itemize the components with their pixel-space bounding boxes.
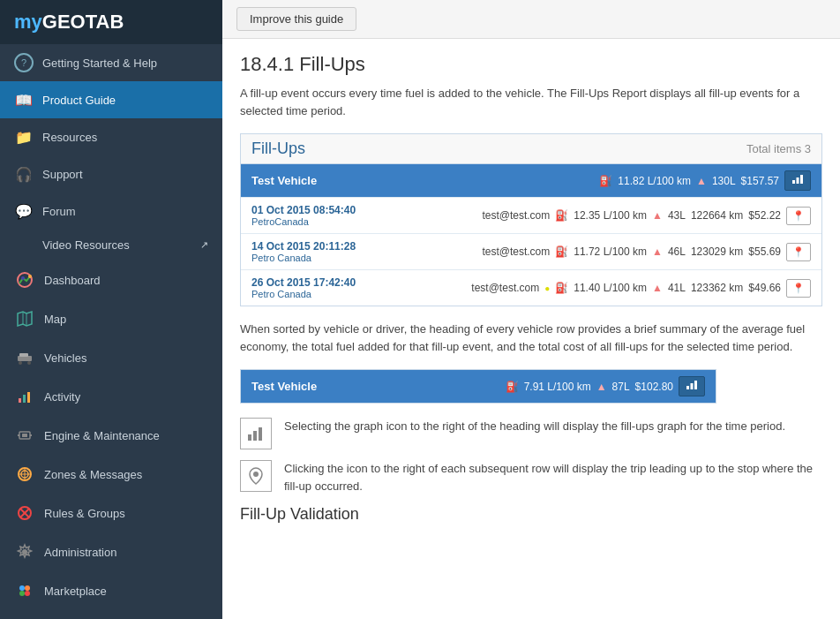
sidebar-logo[interactable]: myGEOTAB bbox=[0, 0, 222, 44]
station-link[interactable]: Petro Canada bbox=[251, 253, 356, 263]
location-button[interactable]: 📍 bbox=[786, 243, 811, 261]
main-content: Improve this guide 18.4.1 Fill-Ups A fil… bbox=[222, 0, 840, 619]
table-row: 26 Oct 2015 17:42:40 Petro Canada test@t… bbox=[241, 269, 821, 306]
fuel-pump-icon: ⛽ bbox=[599, 175, 612, 187]
km: 123362 km bbox=[691, 282, 743, 294]
fuel-pump-icon-2: ⛽ bbox=[506, 381, 519, 393]
sidebar-item-label: Product Guide bbox=[42, 94, 116, 107]
fillups-table-2: Test Vehicle ⛽ 7.91 L/100 km ▲ 87L $102.… bbox=[240, 369, 716, 404]
sidebar-item-resources[interactable]: 📁 Resources bbox=[0, 118, 222, 155]
svg-point-1 bbox=[21, 276, 25, 280]
sidebar-item-engine-maintenance[interactable]: Engine & Maintenance bbox=[0, 416, 222, 455]
svg-point-26 bbox=[25, 585, 30, 591]
chart-info-icon bbox=[240, 418, 272, 449]
vehicle-header-row-2: Test Vehicle ⛽ 7.91 L/100 km ▲ 87L $102.… bbox=[241, 370, 716, 403]
table-row: 14 Oct 2015 20:11:28 Petro Canada test@t… bbox=[241, 233, 821, 269]
economy: 11.40 L/100 km bbox=[574, 282, 647, 294]
sidebar-item-label: Rules & Groups bbox=[44, 507, 125, 520]
email: test@test.com bbox=[482, 245, 550, 258]
marketplace-icon bbox=[14, 580, 35, 601]
svg-point-9 bbox=[27, 361, 31, 365]
sidebar-item-label: Support bbox=[42, 168, 83, 181]
fuel-cost-2: $102.80 bbox=[635, 381, 673, 393]
sidebar-item-marketplace[interactable]: Marketplace bbox=[0, 571, 222, 610]
improve-guide-button[interactable]: Improve this guide bbox=[236, 7, 356, 31]
svg-marker-3 bbox=[18, 312, 32, 326]
fuel-icon: ⛽ bbox=[555, 282, 568, 294]
sidebar-item-label: Marketplace bbox=[44, 585, 107, 598]
up-arrow: ▲ bbox=[652, 209, 663, 222]
folder-icon: 📁 bbox=[14, 127, 34, 147]
location-button[interactable]: 📍 bbox=[786, 279, 811, 298]
sidebar-item-label: Getting Started & Help bbox=[42, 57, 157, 70]
svg-rect-11 bbox=[23, 395, 26, 403]
row-stats: test@test.com ● ⛽ 11.40 L/100 km ▲ 41L 1… bbox=[471, 279, 811, 298]
sidebar-item-getting-started[interactable]: ? Getting Started & Help bbox=[0, 44, 222, 81]
station-link[interactable]: Petro Canada bbox=[251, 289, 356, 299]
sidebar-item-map[interactable]: Map bbox=[0, 299, 222, 338]
svg-rect-29 bbox=[792, 180, 795, 184]
zones-icon bbox=[14, 464, 35, 485]
station-link[interactable]: PetroCanada bbox=[251, 216, 356, 227]
vehicle-name: Test Vehicle bbox=[251, 174, 317, 187]
gear-icon bbox=[14, 541, 35, 562]
row-date-station: 01 Oct 2015 08:54:40 PetroCanada bbox=[251, 204, 356, 227]
svg-rect-31 bbox=[800, 175, 803, 184]
liters: 46L bbox=[668, 245, 686, 258]
chart-button-2[interactable] bbox=[679, 376, 705, 396]
sidebar-item-product-guide[interactable]: 📖 Product Guide bbox=[0, 81, 222, 118]
fuel-economy: 11.82 L/100 km bbox=[618, 175, 691, 187]
svg-rect-33 bbox=[691, 383, 694, 389]
svg-rect-32 bbox=[686, 386, 689, 389]
content-area: 18.4.1 Fill-Ups A fill-up event occurs e… bbox=[222, 39, 840, 541]
svg-point-2 bbox=[28, 275, 32, 278]
sidebar-item-rules-groups[interactable]: Rules & Groups bbox=[0, 494, 222, 532]
sidebar-item-label: Map bbox=[44, 313, 66, 326]
svg-rect-37 bbox=[259, 427, 262, 441]
sidebar-item-zones-messages[interactable]: Zones & Messages bbox=[0, 455, 222, 494]
info-row-location: Clicking the icon to the right of each s… bbox=[240, 460, 822, 494]
sidebar: myGEOTAB ? Getting Started & Help 📖 Prod… bbox=[0, 0, 222, 619]
sidebar-item-support[interactable]: 🎧 Support bbox=[0, 155, 222, 192]
fuel-total: 130L bbox=[712, 175, 736, 187]
topbar: Improve this guide bbox=[222, 0, 840, 39]
sidebar-item-label: Vehicles bbox=[44, 351, 86, 365]
date-link[interactable]: 26 Oct 2015 17:42:40 bbox=[251, 276, 356, 289]
fillups-table-total: Total items 3 bbox=[746, 142, 811, 155]
sidebar-item-label: Zones & Messages bbox=[44, 468, 142, 481]
fillups-table-title: Fill-Ups bbox=[251, 140, 305, 158]
fuel-economy-2: 7.91 L/100 km bbox=[524, 381, 591, 393]
fuel-icon: ⛽ bbox=[555, 245, 568, 258]
sidebar-item-vehicles[interactable]: Vehicles bbox=[0, 338, 222, 377]
sidebar-item-video-resources[interactable]: Video Resources ↗ bbox=[0, 230, 222, 260]
fuel-up-arrow: ▲ bbox=[696, 175, 707, 187]
sidebar-item-dashboard[interactable]: Dashboard bbox=[0, 260, 222, 299]
date-link[interactable]: 01 Oct 2015 08:54:40 bbox=[251, 204, 356, 216]
row-date-station: 14 Oct 2015 20:11:28 Petro Canada bbox=[251, 240, 356, 263]
fillups-table-header: Fill-Ups Total items 3 bbox=[241, 134, 821, 164]
svg-rect-35 bbox=[248, 434, 251, 441]
section-title-validation: Fill-Up Validation bbox=[240, 505, 822, 524]
sidebar-item-label: Resources bbox=[42, 131, 97, 144]
external-link-icon: ↗ bbox=[200, 239, 208, 251]
sidebar-item-activity[interactable]: Activity bbox=[0, 377, 222, 416]
row-date-station: 26 Oct 2015 17:42:40 Petro Canada bbox=[251, 276, 356, 299]
date-link[interactable]: 14 Oct 2015 20:11:28 bbox=[251, 240, 356, 253]
fuel-up-arrow-2: ▲ bbox=[596, 381, 607, 393]
sidebar-item-label: Activity bbox=[44, 390, 80, 404]
intro-text: A fill-up event occurs every time fuel i… bbox=[240, 85, 822, 119]
svg-point-28 bbox=[25, 591, 30, 596]
svg-point-8 bbox=[19, 361, 22, 365]
fuel-cost: $157.57 bbox=[741, 175, 779, 187]
chart-button[interactable] bbox=[784, 170, 811, 191]
location-button[interactable]: 📍 bbox=[786, 207, 811, 225]
km: 123029 km bbox=[691, 245, 743, 258]
email: test@test.com bbox=[482, 209, 550, 222]
sidebar-item-administration[interactable]: Administration bbox=[0, 532, 222, 571]
forum-icon: 💬 bbox=[14, 201, 34, 221]
liters: 41L bbox=[668, 282, 686, 294]
info-text-chart: Selecting the graph icon to the right of… bbox=[284, 418, 785, 435]
yellow-dot: ● bbox=[544, 283, 550, 293]
rules-icon bbox=[14, 502, 35, 524]
sidebar-item-forum[interactable]: 💬 Forum bbox=[0, 192, 222, 230]
